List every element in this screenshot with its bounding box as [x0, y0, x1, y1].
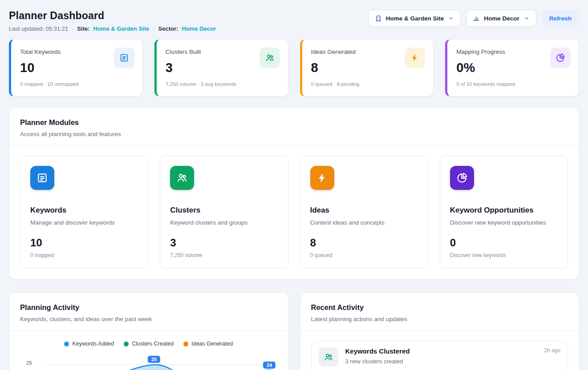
meta-separator: · — [72, 25, 73, 32]
module-card-keyword-opportunities[interactable]: Keyword Opportunities Discover new keywo… — [440, 156, 568, 269]
stat-card-mapping-progress: Mapping Progress 0% 0 of 10 keywords map… — [445, 39, 579, 97]
module-description: Keyword clusters and groups — [170, 219, 278, 226]
legend-dot-icon — [183, 342, 188, 346]
y-axis-tick: 25 — [26, 360, 32, 366]
panel-title: Planning Activity — [20, 303, 277, 312]
chart-legend: Keywords Added Clusters Created Ideas Ge… — [20, 341, 277, 347]
users-icon — [319, 347, 338, 367]
stat-card-clusters-built: Clusters Built 3 7,250 volume · 3 avg ke… — [154, 39, 288, 97]
activity-description: 3 new clusters created — [345, 358, 410, 365]
legend-label: Ideas Generated — [191, 341, 233, 347]
stat-card-total-keywords: Total Keywords 10 0 mapped · 10 unmapped — [9, 39, 143, 97]
activity-timestamp: 2h ago — [544, 347, 560, 354]
legend-dot-icon — [124, 342, 129, 346]
activity-body: Keywords Clustered 3 new clusters create… — [345, 347, 410, 365]
header-left: Planner Dashboard Last updated: 05:31:21… — [9, 10, 216, 32]
site-selector-value: Home & Garden Site — [386, 15, 444, 22]
module-value: 10 — [30, 237, 138, 249]
line-chart-plot — [46, 353, 276, 370]
module-sub: 7,250 volume — [170, 252, 278, 258]
module-value: 0 — [450, 237, 558, 249]
planner-modules-panel: Planner Modules Access all planning tool… — [9, 107, 579, 280]
legend-item-ideas-generated: Ideas Generated — [183, 341, 233, 347]
page-title: Planner Dashboard — [9, 10, 216, 22]
stat-card-ideas-generated: Ideas Generated 8 0 queued · 8 pending — [300, 39, 434, 97]
legend-label: Clusters Created — [132, 341, 174, 347]
module-value: 3 — [170, 237, 278, 249]
module-title: Keyword Opportunities — [450, 206, 558, 215]
stat-sub: 0 of 10 keywords mapped — [456, 81, 570, 87]
divider — [9, 145, 579, 146]
chevron-down-icon — [523, 15, 530, 21]
divider — [300, 330, 579, 331]
page-header: Planner Dashboard Last updated: 05:31:21… — [0, 0, 588, 32]
stat-sub: 7,250 volume · 3 avg keywords — [166, 81, 279, 87]
users-icon — [260, 48, 280, 68]
header-meta: Last updated: 05:31:21 · Site: Home & Ga… — [9, 25, 216, 32]
module-sub: 0 queued — [310, 252, 418, 258]
module-description: Discover new keyword opportunities — [450, 219, 558, 226]
bar-chart-icon — [473, 15, 480, 22]
module-sub: Discover new keywords — [450, 252, 558, 258]
module-card-clusters[interactable]: Clusters Keyword clusters and groups 3 7… — [160, 156, 288, 269]
modules-grid: Keywords Manage and discover keywords 10… — [20, 156, 568, 269]
data-point-label: 25 — [148, 356, 160, 363]
module-card-ideas[interactable]: Ideas Content ideas and concepts 8 0 que… — [300, 156, 428, 269]
sector-label: Sector: — [158, 25, 178, 32]
stat-sub: 0 queued · 8 pending — [311, 81, 425, 87]
module-description: Content ideas and concepts — [310, 219, 418, 226]
legend-item-keywords-added: Keywords Added — [64, 341, 114, 347]
module-title: Keywords — [30, 206, 138, 215]
panel-subtitle: Keywords, clusters, and ideas over the p… — [20, 316, 277, 322]
module-card-keywords[interactable]: Keywords Manage and discover keywords 10… — [20, 156, 148, 269]
meta-separator: · — [153, 25, 154, 32]
panel-subtitle: Latest planning actions and updates — [311, 316, 568, 322]
activity-item: Keywords Clustered 3 new clusters create… — [311, 341, 568, 370]
lightning-icon — [310, 166, 334, 190]
legend-dot-icon — [64, 342, 69, 346]
divider — [9, 330, 288, 331]
panel-subtitle: Access all planning tools and features — [20, 131, 568, 137]
site-link[interactable]: Home & Garden Site — [93, 25, 150, 32]
legend-label: Keywords Added — [72, 341, 114, 347]
site-selector-dropdown[interactable]: Home & Garden Site — [368, 10, 461, 27]
module-title: Ideas — [310, 206, 418, 215]
legend-item-clusters-created: Clusters Created — [124, 341, 174, 347]
building-icon — [375, 15, 382, 22]
panel-title: Recent Activity — [311, 303, 568, 312]
last-updated-text: Last updated: 05:31:21 — [9, 25, 68, 32]
planning-activity-card: Planning Activity Keywords, clusters, an… — [9, 292, 288, 370]
document-icon — [30, 166, 54, 190]
panel-title: Planner Modules — [20, 118, 568, 127]
sector-selector-value: Home Decor — [484, 15, 519, 22]
lightning-icon — [405, 48, 425, 68]
recent-activity-card: Recent Activity Latest planning actions … — [300, 292, 580, 370]
site-label: Site: — [77, 25, 89, 32]
activity-title: Keywords Clustered — [345, 347, 410, 355]
stats-grid: Total Keywords 10 0 mapped · 10 unmapped… — [0, 39, 588, 97]
sector-link[interactable]: Home Decor — [182, 25, 216, 32]
bottom-row: Planning Activity Keywords, clusters, an… — [9, 292, 579, 370]
refresh-button[interactable]: Refresh — [542, 10, 579, 27]
users-icon — [170, 166, 194, 190]
chevron-down-icon — [448, 15, 454, 21]
module-sub: 0 mapped — [30, 252, 138, 258]
module-value: 8 — [310, 237, 418, 249]
stat-sub: 0 mapped · 10 unmapped — [20, 81, 134, 87]
pie-chart-icon — [550, 48, 571, 68]
sector-selector-dropdown[interactable]: Home Decor — [466, 10, 536, 27]
header-controls: Home & Garden Site Home Decor Refresh — [368, 10, 579, 27]
module-description: Manage and discover keywords — [30, 219, 138, 226]
document-icon — [114, 48, 134, 68]
activity-chart: 25 25 24 — [20, 353, 277, 370]
data-point-label: 24 — [263, 362, 276, 369]
module-title: Clusters — [170, 206, 278, 215]
pie-chart-icon — [450, 166, 474, 190]
